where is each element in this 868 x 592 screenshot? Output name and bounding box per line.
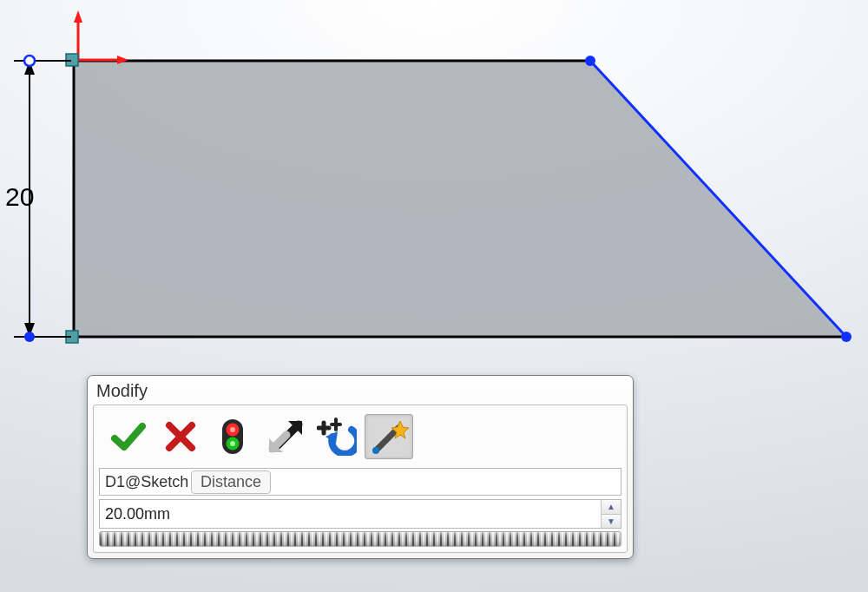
spinner-down[interactable]: ▼ [602, 514, 621, 529]
endpoint-top-right[interactable] [585, 56, 595, 66]
dimension-handle-bottom[interactable] [24, 332, 35, 342]
dimension-value-row: ▲ ▼ [99, 499, 621, 529]
spinner-up[interactable]: ▲ [602, 500, 621, 514]
mark-dimension-button[interactable] [365, 414, 413, 459]
dimension-tooltip: Distance [191, 470, 271, 494]
check-icon [109, 419, 148, 454]
modify-dialog-body: D1@Sketch Distance ▲ ▼ [93, 405, 628, 553]
modify-dialog-title: Modify [93, 379, 628, 405]
dimension-name-text: D1@Sketch [100, 473, 188, 491]
x-icon [163, 419, 198, 454]
spinner: ▲ ▼ [601, 500, 621, 528]
reverse-arrow-icon [266, 418, 304, 456]
endpoint-bottom-right[interactable] [841, 332, 852, 342]
traffic-light-icon [220, 418, 246, 456]
reset-spin-icon [317, 418, 357, 456]
modify-toolbar [99, 411, 621, 468]
reverse-direction-button[interactable] [260, 414, 309, 459]
svg-point-6 [230, 441, 235, 446]
dimension-handle-top[interactable] [24, 56, 35, 66]
dimension-value-input[interactable] [100, 500, 601, 528]
dimension-value-label[interactable]: 20 [5, 182, 34, 212]
thumbwheel[interactable] [99, 531, 621, 547]
reset-spin-button[interactable] [312, 414, 361, 459]
cancel-button[interactable] [156, 414, 205, 459]
svg-line-10 [273, 435, 286, 449]
svg-point-4 [230, 427, 235, 432]
regenerate-button[interactable] [208, 414, 257, 459]
origin-y-arrowhead [74, 10, 82, 23]
dimension-name-field[interactable]: D1@Sketch Distance [99, 468, 621, 496]
modify-dialog: Modify [87, 375, 634, 559]
wand-icon [369, 418, 409, 456]
sketch-canvas[interactable]: 20 [0, 0, 868, 373]
svg-point-17 [372, 447, 379, 454]
sketch-face [74, 61, 846, 337]
accept-button[interactable] [104, 414, 153, 459]
